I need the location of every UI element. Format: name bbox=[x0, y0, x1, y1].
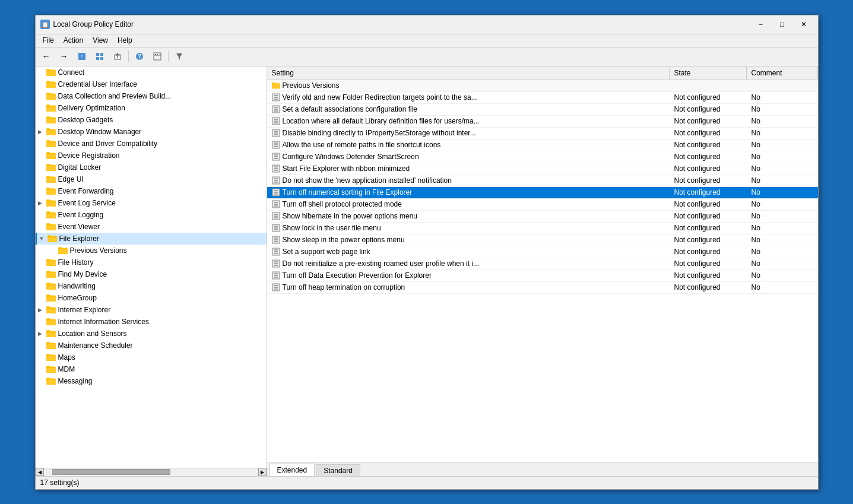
td-setting-row13: Show sleep in the power options menu bbox=[267, 234, 670, 245]
table-row-row2[interactable]: Set a default associations configuration… bbox=[267, 104, 818, 116]
tree-item-file-explorer[interactable]: ▼File Explorer bbox=[36, 233, 267, 245]
hscroll-thumb[interactable] bbox=[52, 469, 171, 475]
th-comment[interactable]: Comment bbox=[747, 66, 818, 80]
table-row-row6[interactable]: Configure Windows Defender SmartScreenNo… bbox=[267, 151, 818, 163]
settings-table[interactable]: Setting State Comment Previous VersionsV… bbox=[267, 66, 818, 462]
tree-item-label-device-reg: Device Registration bbox=[58, 151, 120, 160]
td-state-prev-versions-header bbox=[670, 84, 747, 87]
folder-icon-previous-versions bbox=[58, 246, 68, 255]
td-state-row3: Not configured bbox=[670, 116, 747, 126]
th-setting[interactable]: Setting bbox=[267, 66, 670, 80]
tree-item-event-forwarding[interactable]: Event Forwarding bbox=[36, 185, 267, 197]
folder-icon-handwriting bbox=[46, 282, 56, 290]
tree-item-file-history[interactable]: File History bbox=[36, 256, 267, 268]
tree-item-device-reg[interactable]: Device Registration bbox=[36, 150, 267, 161]
td-state-row2: Not configured bbox=[670, 104, 747, 115]
tree-item-digital-locker[interactable]: Digital Locker bbox=[36, 161, 267, 173]
tree-item-desktop-wm[interactable]: ▶Desktop Window Manager bbox=[36, 126, 267, 138]
tree-item-label-maint-scheduler: Maintenance Scheduler bbox=[58, 341, 133, 350]
table-row-row12[interactable]: Show lock in the user tile menuNot confi… bbox=[267, 223, 818, 234]
table-row-row4[interactable]: Disable binding directly to IPropertySet… bbox=[267, 128, 818, 140]
tree-item-homegroup[interactable]: HomeGroup bbox=[36, 292, 267, 304]
export-button[interactable] bbox=[109, 49, 126, 64]
td-setting-row8: Do not show the 'new application install… bbox=[267, 175, 670, 186]
forward-button[interactable]: → bbox=[56, 49, 72, 64]
tree-item-edge-ui[interactable]: Edge UI bbox=[36, 173, 267, 185]
table-row-row13[interactable]: Show sleep in the power options menuNot … bbox=[267, 234, 818, 246]
table-row-row10[interactable]: Turn off shell protocol protected modeNo… bbox=[267, 199, 818, 211]
folder-icon-device-reg bbox=[46, 151, 56, 160]
tree-item-credential-ui[interactable]: Credential User Interface bbox=[36, 78, 267, 90]
hscroll-track[interactable] bbox=[52, 469, 250, 475]
close-button[interactable]: ✕ bbox=[794, 18, 813, 30]
minimize-button[interactable]: − bbox=[751, 18, 770, 30]
view-button[interactable] bbox=[91, 49, 108, 64]
th-state[interactable]: State bbox=[670, 66, 747, 80]
table-row-row16[interactable]: Turn off Data Execution Prevention for E… bbox=[267, 270, 818, 282]
td-comment-row2: No bbox=[747, 104, 818, 115]
up-button[interactable]: ↑ bbox=[74, 49, 90, 64]
table-row-row1[interactable]: Verify old and new Folder Redirection ta… bbox=[267, 92, 818, 104]
tree-item-maps[interactable]: Maps bbox=[36, 351, 267, 363]
menu-file[interactable]: File bbox=[38, 35, 59, 46]
maximize-button[interactable]: □ bbox=[773, 18, 792, 30]
filter-button[interactable] bbox=[171, 49, 188, 64]
hscroll-left-btn[interactable]: ◀ bbox=[36, 468, 44, 476]
tree-item-location-sensors[interactable]: ▶Location and Sensors bbox=[36, 328, 267, 340]
td-setting-row16: Turn off Data Execution Prevention for E… bbox=[267, 270, 670, 281]
menu-action[interactable]: Action bbox=[59, 35, 88, 46]
tree-item-delivery-opt[interactable]: Delivery Optimization bbox=[36, 102, 267, 114]
folder-icon-data-collection bbox=[46, 92, 56, 100]
td-comment-row5: No bbox=[747, 140, 818, 150]
folder-icon-messaging bbox=[46, 377, 56, 385]
tree-item-internet-explorer[interactable]: ▶Internet Explorer bbox=[36, 304, 267, 316]
tree-item-connect[interactable]: Connect bbox=[36, 66, 267, 78]
tree-item-event-log-service[interactable]: ▶Event Log Service bbox=[36, 197, 267, 209]
chevron-icon-desktop-wm: ▶ bbox=[38, 129, 45, 135]
tree-item-maint-scheduler[interactable]: Maintenance Scheduler bbox=[36, 340, 267, 351]
td-setting-row5: Allow the use of remote paths in file sh… bbox=[267, 140, 670, 150]
title-bar: 📋 Local Group Policy Editor − □ ✕ bbox=[36, 15, 818, 34]
td-state-row17: Not configured bbox=[670, 282, 747, 293]
table-row-row15[interactable]: Do not reinitialize a pre-existing roame… bbox=[267, 258, 818, 270]
tree-item-mdm[interactable]: MDM bbox=[36, 363, 267, 375]
console-button[interactable] bbox=[149, 49, 166, 64]
menu-view[interactable]: View bbox=[88, 35, 113, 46]
table-row-row8[interactable]: Do not show the 'new application install… bbox=[267, 175, 818, 187]
tree-view[interactable]: ConnectCredential User InterfaceData Col… bbox=[36, 66, 267, 468]
back-button[interactable]: ← bbox=[38, 49, 55, 64]
folder-icon-maps bbox=[46, 353, 56, 362]
tree-item-device-driver[interactable]: Device and Driver Compatibility bbox=[36, 138, 267, 150]
svg-text:↑: ↑ bbox=[80, 53, 83, 59]
td-state-row15: Not configured bbox=[670, 258, 747, 269]
table-row-row7[interactable]: Start File Explorer with ribbon minimize… bbox=[267, 163, 818, 175]
table-row-row5[interactable]: Allow the use of remote paths in file sh… bbox=[267, 140, 818, 151]
tab-standard[interactable]: Standard bbox=[316, 464, 360, 476]
window-controls: − □ ✕ bbox=[751, 18, 813, 30]
tree-item-internet-info-services[interactable]: Internet Information Services bbox=[36, 316, 267, 328]
status-bar: 17 setting(s) bbox=[36, 476, 818, 489]
td-comment-row11: No bbox=[747, 211, 818, 221]
tab-extended[interactable]: Extended bbox=[269, 464, 315, 476]
td-setting-row15: Do not reinitialize a pre-existing roame… bbox=[267, 258, 670, 269]
tree-hscrollbar[interactable]: ◀ ▶ bbox=[36, 468, 267, 476]
table-row-row11[interactable]: Show hibernate in the power options menu… bbox=[267, 211, 818, 223]
tree-item-event-logging[interactable]: Event Logging bbox=[36, 209, 267, 221]
help-button[interactable]: ? bbox=[131, 49, 148, 64]
menu-help[interactable]: Help bbox=[113, 35, 137, 46]
table-row-row14[interactable]: Set a support web page linkNot configure… bbox=[267, 246, 818, 258]
table-row-row9[interactable]: Turn off numerical sorting in File Explo… bbox=[267, 187, 818, 199]
tree-item-event-viewer[interactable]: Event Viewer bbox=[36, 221, 267, 233]
table-row-row3[interactable]: Location where all default Library defin… bbox=[267, 116, 818, 128]
tree-item-messaging[interactable]: Messaging bbox=[36, 375, 267, 387]
tree-item-desktop-gadgets[interactable]: Desktop Gadgets bbox=[36, 114, 267, 126]
tree-item-label-desktop-wm: Desktop Window Manager bbox=[58, 128, 142, 136]
tree-item-previous-versions[interactable]: Previous Versions bbox=[36, 245, 267, 256]
table-row-row17[interactable]: Turn off heap termination on corruptionN… bbox=[267, 282, 818, 294]
table-row-prev-versions-header[interactable]: Previous Versions bbox=[267, 80, 818, 92]
tree-item-data-collection[interactable]: Data Collection and Preview Build... bbox=[36, 90, 267, 102]
tree-item-handwriting[interactable]: Handwriting bbox=[36, 280, 267, 292]
tree-item-find-my-device[interactable]: Find My Device bbox=[36, 268, 267, 280]
td-setting-row12: Show lock in the user tile menu bbox=[267, 223, 670, 233]
hscroll-right-btn[interactable]: ▶ bbox=[258, 468, 267, 476]
